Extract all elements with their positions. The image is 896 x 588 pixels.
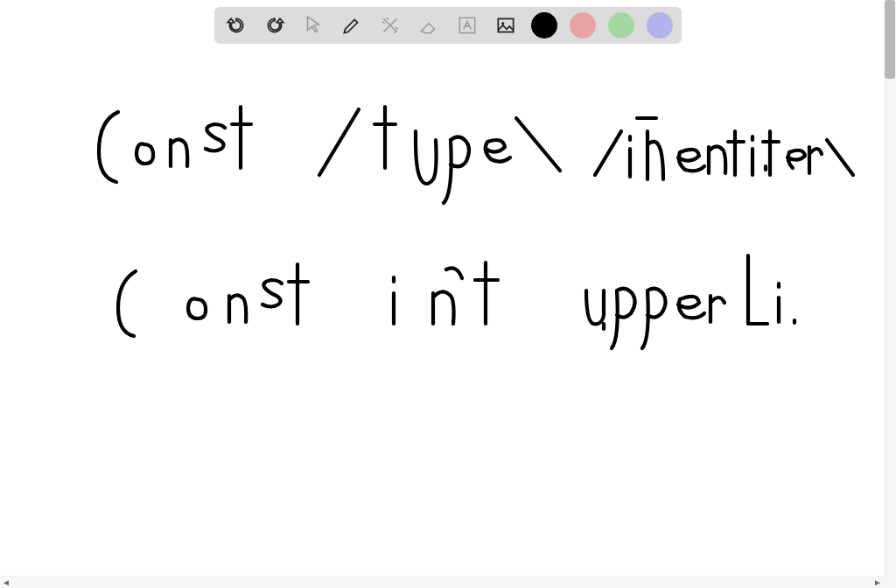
redo-icon bbox=[263, 14, 286, 37]
eraser-button[interactable] bbox=[416, 12, 442, 38]
pencil-button[interactable] bbox=[339, 12, 365, 38]
undo-button[interactable] bbox=[223, 12, 249, 38]
undo-icon bbox=[225, 14, 248, 37]
vertical-scrollbar[interactable] bbox=[884, 0, 896, 588]
color-green-swatch[interactable] bbox=[608, 12, 634, 38]
eraser-icon bbox=[417, 14, 440, 37]
tools-button[interactable] bbox=[377, 12, 403, 38]
tools-icon bbox=[379, 14, 402, 37]
text-button[interactable] bbox=[454, 12, 480, 38]
pencil-icon bbox=[340, 14, 363, 37]
vertical-scrollbar-thumb[interactable] bbox=[885, 0, 895, 79]
handwriting-layer bbox=[0, 52, 884, 576]
color-pink-swatch[interactable] bbox=[570, 12, 596, 38]
image-button[interactable] bbox=[493, 12, 519, 38]
drawing-toolbar bbox=[214, 7, 682, 44]
app-viewport: Const <type> <identifier> Const int uppe… bbox=[0, 0, 896, 588]
hscroll-right-arrow-icon[interactable]: ► bbox=[872, 576, 884, 588]
color-black-swatch[interactable] bbox=[531, 12, 557, 38]
hscroll-left-arrow-icon[interactable]: ◄ bbox=[0, 576, 12, 588]
pointer-button[interactable] bbox=[300, 12, 326, 38]
text-icon bbox=[456, 14, 479, 37]
horizontal-scrollbar[interactable]: ◄ ► bbox=[0, 576, 896, 588]
image-icon bbox=[494, 14, 517, 37]
svg-rect-1 bbox=[498, 18, 513, 32]
svg-rect-0 bbox=[459, 18, 474, 32]
color-lavender-swatch[interactable] bbox=[647, 12, 673, 38]
redo-button[interactable] bbox=[262, 12, 288, 38]
drawing-canvas[interactable]: Const <type> <identifier> Const int uppe… bbox=[0, 52, 896, 588]
pointer-icon bbox=[302, 14, 325, 37]
